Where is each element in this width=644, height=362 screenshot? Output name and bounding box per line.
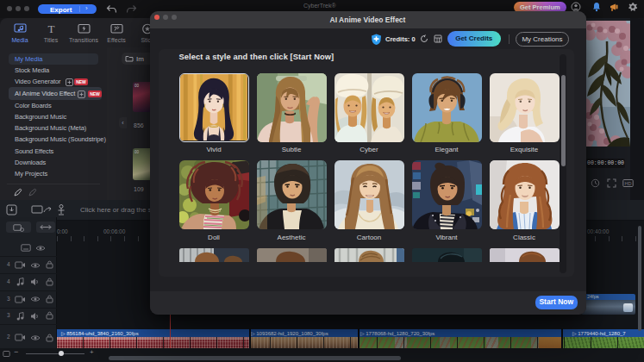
svg-text:HD: HD — [625, 181, 632, 186]
svg-text:T: T — [47, 23, 54, 34]
